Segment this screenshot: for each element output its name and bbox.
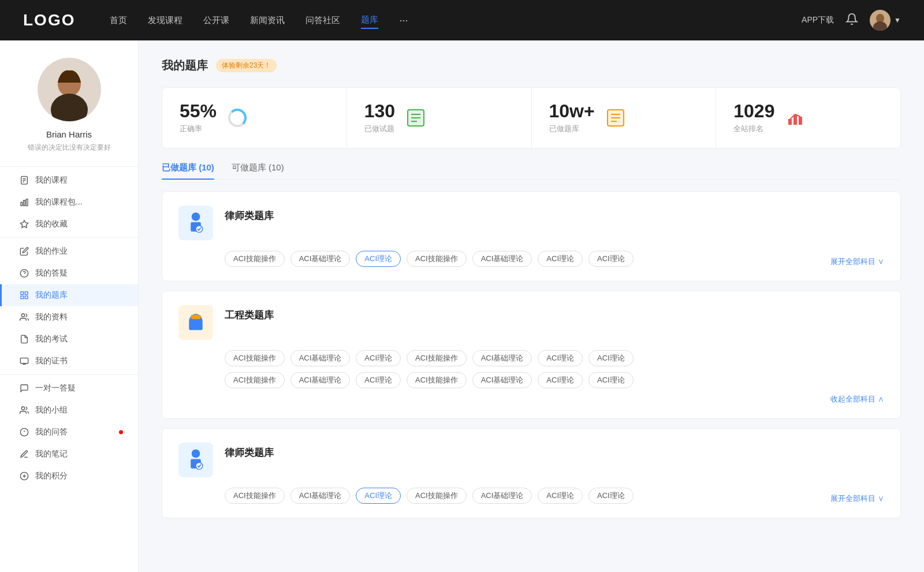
tag-2-1[interactable]: ACI基础理论	[290, 488, 351, 504]
expand-link-2[interactable]: 展开全部科目 ∨	[830, 493, 884, 504]
qbank-card-0: 律师类题库 ACI技能操作 ACI基础理论 ACI理论 ACI技能操作 ACI基…	[162, 191, 901, 281]
nav-open-course[interactable]: 公开课	[203, 13, 229, 28]
sidebar-item-certificate[interactable]: 我的证书	[0, 350, 138, 372]
sidebar-item-notes[interactable]: 我的笔记	[0, 443, 138, 465]
svg-rect-12	[26, 199, 28, 206]
sidebar-motto: 错误的决定比没有决定要好	[16, 143, 122, 153]
q-icon	[19, 427, 29, 437]
tags-row-2: ACI技能操作 ACI基础理论 ACI理论 ACI技能操作 ACI基础理论 AC…	[225, 488, 830, 504]
expand-link-0[interactable]: 展开全部科目 ∨	[830, 257, 884, 267]
tag-1-6[interactable]: ACI理论	[588, 350, 634, 366]
tag-2-2[interactable]: ACI理论	[356, 488, 401, 504]
sidebar-label: 我的题库	[35, 290, 68, 300]
nav-more[interactable]: ···	[399, 14, 408, 27]
stat-label-ranking: 全站排名	[733, 124, 774, 134]
sidebar-item-qa[interactable]: 我的答疑	[0, 262, 138, 284]
tag-2-0[interactable]: ACI技能操作	[225, 488, 285, 504]
tag-2-5[interactable]: ACI理论	[538, 488, 583, 504]
nav-qa[interactable]: 问答社区	[305, 13, 340, 28]
logo[interactable]: LOGO	[23, 11, 75, 29]
tag-0-3[interactable]: ACI技能操作	[407, 251, 467, 267]
tag-0-2[interactable]: ACI理论	[356, 251, 401, 267]
tag-0-5[interactable]: ACI理论	[538, 251, 583, 267]
svg-rect-21	[20, 358, 28, 363]
sidebar-item-profile[interactable]: 我的资料	[0, 306, 138, 328]
sidebar-item-my-questions[interactable]: 我的问答	[0, 421, 138, 443]
qbank-card-1: 工程类题库 ACI技能操作 ACI基础理论 ACI理论 ACI技能操作 ACI基…	[162, 291, 901, 419]
nav-home[interactable]: 首页	[110, 13, 127, 28]
sidebar-item-group[interactable]: 我的小组	[0, 399, 138, 421]
qbank-header-1: 工程类题库	[178, 305, 884, 340]
edit-icon	[19, 246, 29, 257]
tag-1-r2-4[interactable]: ACI基础理论	[472, 372, 532, 388]
svg-point-51	[194, 315, 198, 318]
file-icon	[19, 175, 29, 185]
page-title: 我的题库	[162, 58, 208, 73]
tag-1-r2-3[interactable]: ACI技能操作	[407, 372, 467, 388]
stat-value-done-questions: 130	[364, 102, 395, 120]
svg-rect-43	[788, 119, 792, 125]
group-icon	[19, 405, 29, 415]
svg-point-24	[21, 407, 24, 410]
tag-1-3[interactable]: ACI技能操作	[407, 350, 467, 366]
sidebar-label: 我的问答	[35, 427, 68, 437]
done-banks-icon	[604, 106, 627, 129]
nav-news[interactable]: 新闻资讯	[250, 13, 285, 28]
sidebar-item-exam[interactable]: 我的考试	[0, 328, 138, 350]
sidebar-item-question-bank[interactable]: 我的题库	[0, 284, 138, 306]
tag-0-1[interactable]: ACI基础理论	[290, 251, 351, 267]
stats-row: 55% 正确率 130 已做试题	[162, 87, 901, 148]
tag-0-6[interactable]: ACI理论	[588, 251, 634, 267]
tag-2-6[interactable]: ACI理论	[588, 488, 634, 504]
trial-badge: 体验剩余23天！	[216, 59, 277, 72]
tag-1-5[interactable]: ACI理论	[538, 350, 583, 366]
sidebar-divider-1	[0, 237, 138, 238]
grid-icon	[19, 290, 29, 300]
notification-bell[interactable]	[845, 13, 858, 28]
sidebar-item-course-package[interactable]: 我的课程包...	[0, 191, 138, 213]
tag-1-4[interactable]: ACI基础理论	[472, 350, 532, 366]
tab-available-banks[interactable]: 可做题库 (10)	[232, 162, 284, 179]
tag-1-r2-5[interactable]: ACI理论	[538, 372, 583, 388]
star-icon	[19, 219, 29, 229]
stat-value-done-banks: 10w+	[549, 102, 595, 120]
sidebar-item-points[interactable]: 我的积分	[0, 465, 138, 487]
svg-rect-52	[189, 322, 202, 330]
badge-dot	[119, 430, 123, 434]
tag-1-2[interactable]: ACI理论	[356, 350, 401, 366]
stat-value-accuracy: 55%	[180, 102, 217, 120]
sidebar-item-my-course[interactable]: 我的课程	[0, 169, 138, 191]
tags-section-0: ACI技能操作 ACI基础理论 ACI理论 ACI技能操作 ACI基础理论 AC…	[178, 251, 884, 267]
tab-done-banks[interactable]: 已做题库 (10)	[162, 162, 214, 179]
collapse-link-1[interactable]: 收起全部科目 ∧	[830, 394, 884, 404]
tag-0-0[interactable]: ACI技能操作	[225, 251, 285, 267]
app-download-link[interactable]: APP下载	[802, 15, 834, 25]
sidebar-label: 我的考试	[35, 334, 68, 344]
tag-1-r2-1[interactable]: ACI基础理论	[290, 372, 351, 388]
tag-0-4[interactable]: ACI基础理论	[472, 251, 532, 267]
sidebar-label: 我的课程包...	[35, 197, 83, 207]
tag-1-r2-2[interactable]: ACI理论	[356, 372, 401, 388]
tag-1-1[interactable]: ACI基础理论	[290, 350, 351, 366]
tag-1-r2-0[interactable]: ACI技能操作	[225, 372, 285, 388]
sidebar-item-1on1-qa[interactable]: 一对一答疑	[0, 377, 138, 399]
nav-discover[interactable]: 发现课程	[148, 13, 182, 28]
sidebar: Brian Harris 错误的决定比没有决定要好 我的课程 我的课程包...	[0, 40, 139, 572]
people-icon	[19, 312, 29, 322]
tag-1-r2-6[interactable]: ACI理论	[588, 372, 634, 388]
tag-2-4[interactable]: ACI基础理论	[472, 488, 532, 504]
svg-rect-19	[25, 296, 28, 299]
sidebar-item-homework[interactable]: 我的作业	[0, 240, 138, 262]
qbank-title-1: 工程类题库	[225, 305, 274, 322]
stat-card-accuracy: 55% 正确率	[162, 88, 347, 148]
qbank-card-2: 律师类题库 ACI技能操作 ACI基础理论 ACI理论 ACI技能操作 ACI基…	[162, 428, 901, 518]
nav-question-bank[interactable]: 题库	[361, 12, 378, 29]
sidebar-item-favorites[interactable]: 我的收藏	[0, 213, 138, 235]
sidebar-divider-2	[0, 374, 138, 375]
user-avatar-button[interactable]: ▼	[870, 10, 901, 31]
tags-row-0: ACI技能操作 ACI基础理论 ACI理论 ACI技能操作 ACI基础理论 AC…	[225, 251, 830, 267]
tag-1-0[interactable]: ACI技能操作	[225, 350, 285, 366]
qbank-icon-engineer	[178, 305, 213, 340]
tag-2-3[interactable]: ACI技能操作	[407, 488, 467, 504]
svg-point-46	[192, 213, 200, 221]
